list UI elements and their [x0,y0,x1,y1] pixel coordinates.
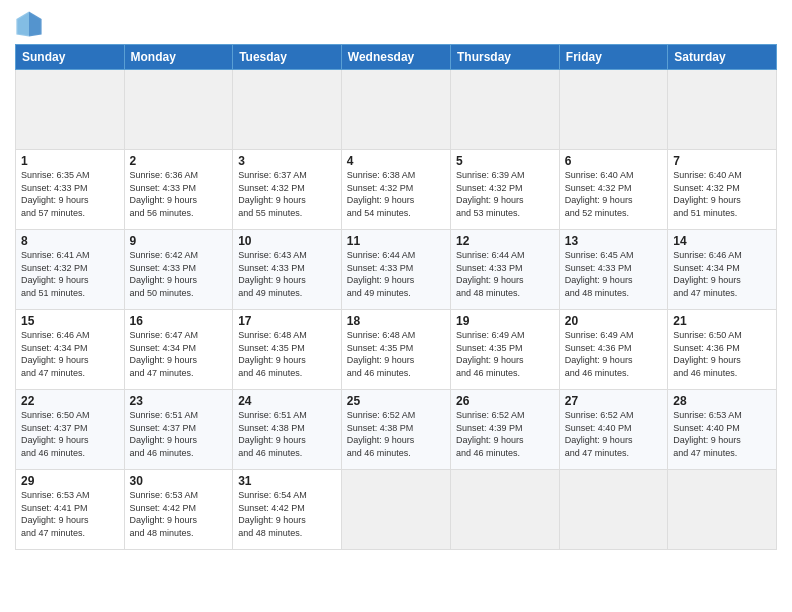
day-info: Sunrise: 6:47 AM Sunset: 4:34 PM Dayligh… [130,329,228,379]
logo [15,10,47,38]
calendar-cell [451,70,560,150]
day-number: 24 [238,394,336,408]
day-info: Sunrise: 6:44 AM Sunset: 4:33 PM Dayligh… [347,249,445,299]
calendar-cell: 3Sunrise: 6:37 AM Sunset: 4:32 PM Daylig… [233,150,342,230]
calendar-header-row: SundayMondayTuesdayWednesdayThursdayFrid… [16,45,777,70]
col-header-thursday: Thursday [451,45,560,70]
page-header [15,10,777,38]
day-info: Sunrise: 6:52 AM Sunset: 4:39 PM Dayligh… [456,409,554,459]
calendar-cell [451,470,560,550]
calendar-cell [668,70,777,150]
calendar-week-3: 15Sunrise: 6:46 AM Sunset: 4:34 PM Dayli… [16,310,777,390]
calendar-cell: 21Sunrise: 6:50 AM Sunset: 4:36 PM Dayli… [668,310,777,390]
calendar-cell: 28Sunrise: 6:53 AM Sunset: 4:40 PM Dayli… [668,390,777,470]
calendar-cell: 2Sunrise: 6:36 AM Sunset: 4:33 PM Daylig… [124,150,233,230]
day-info: Sunrise: 6:39 AM Sunset: 4:32 PM Dayligh… [456,169,554,219]
calendar-cell: 23Sunrise: 6:51 AM Sunset: 4:37 PM Dayli… [124,390,233,470]
day-info: Sunrise: 6:48 AM Sunset: 4:35 PM Dayligh… [238,329,336,379]
day-number: 29 [21,474,119,488]
day-number: 5 [456,154,554,168]
day-info: Sunrise: 6:54 AM Sunset: 4:42 PM Dayligh… [238,489,336,539]
day-info: Sunrise: 6:52 AM Sunset: 4:40 PM Dayligh… [565,409,662,459]
calendar-cell: 26Sunrise: 6:52 AM Sunset: 4:39 PM Dayli… [451,390,560,470]
day-number: 26 [456,394,554,408]
day-info: Sunrise: 6:48 AM Sunset: 4:35 PM Dayligh… [347,329,445,379]
calendar-cell: 12Sunrise: 6:44 AM Sunset: 4:33 PM Dayli… [451,230,560,310]
day-number: 8 [21,234,119,248]
day-number: 9 [130,234,228,248]
day-info: Sunrise: 6:36 AM Sunset: 4:33 PM Dayligh… [130,169,228,219]
day-number: 23 [130,394,228,408]
day-info: Sunrise: 6:43 AM Sunset: 4:33 PM Dayligh… [238,249,336,299]
calendar-cell: 8Sunrise: 6:41 AM Sunset: 4:32 PM Daylig… [16,230,125,310]
calendar-cell [233,70,342,150]
calendar-cell: 11Sunrise: 6:44 AM Sunset: 4:33 PM Dayli… [341,230,450,310]
day-number: 18 [347,314,445,328]
day-number: 28 [673,394,771,408]
day-info: Sunrise: 6:50 AM Sunset: 4:36 PM Dayligh… [673,329,771,379]
calendar-cell: 20Sunrise: 6:49 AM Sunset: 4:36 PM Dayli… [559,310,667,390]
day-number: 27 [565,394,662,408]
day-info: Sunrise: 6:37 AM Sunset: 4:32 PM Dayligh… [238,169,336,219]
calendar-cell [341,70,450,150]
calendar-week-2: 8Sunrise: 6:41 AM Sunset: 4:32 PM Daylig… [16,230,777,310]
day-info: Sunrise: 6:40 AM Sunset: 4:32 PM Dayligh… [565,169,662,219]
svg-marker-2 [16,11,29,36]
calendar-cell: 10Sunrise: 6:43 AM Sunset: 4:33 PM Dayli… [233,230,342,310]
calendar-cell: 18Sunrise: 6:48 AM Sunset: 4:35 PM Dayli… [341,310,450,390]
col-header-saturday: Saturday [668,45,777,70]
day-info: Sunrise: 6:52 AM Sunset: 4:38 PM Dayligh… [347,409,445,459]
day-number: 21 [673,314,771,328]
calendar-cell [341,470,450,550]
day-info: Sunrise: 6:53 AM Sunset: 4:41 PM Dayligh… [21,489,119,539]
calendar-cell: 17Sunrise: 6:48 AM Sunset: 4:35 PM Dayli… [233,310,342,390]
day-info: Sunrise: 6:49 AM Sunset: 4:36 PM Dayligh… [565,329,662,379]
calendar-cell: 4Sunrise: 6:38 AM Sunset: 4:32 PM Daylig… [341,150,450,230]
day-number: 3 [238,154,336,168]
calendar-cell: 1Sunrise: 6:35 AM Sunset: 4:33 PM Daylig… [16,150,125,230]
col-header-wednesday: Wednesday [341,45,450,70]
calendar-cell: 31Sunrise: 6:54 AM Sunset: 4:42 PM Dayli… [233,470,342,550]
calendar-cell: 6Sunrise: 6:40 AM Sunset: 4:32 PM Daylig… [559,150,667,230]
col-header-tuesday: Tuesday [233,45,342,70]
day-info: Sunrise: 6:45 AM Sunset: 4:33 PM Dayligh… [565,249,662,299]
calendar-cell: 25Sunrise: 6:52 AM Sunset: 4:38 PM Dayli… [341,390,450,470]
day-number: 7 [673,154,771,168]
day-info: Sunrise: 6:53 AM Sunset: 4:42 PM Dayligh… [130,489,228,539]
calendar-cell: 14Sunrise: 6:46 AM Sunset: 4:34 PM Dayli… [668,230,777,310]
day-number: 30 [130,474,228,488]
day-number: 17 [238,314,336,328]
day-info: Sunrise: 6:51 AM Sunset: 4:38 PM Dayligh… [238,409,336,459]
calendar-cell: 9Sunrise: 6:42 AM Sunset: 4:33 PM Daylig… [124,230,233,310]
day-number: 15 [21,314,119,328]
day-info: Sunrise: 6:46 AM Sunset: 4:34 PM Dayligh… [21,329,119,379]
calendar-week-5: 29Sunrise: 6:53 AM Sunset: 4:41 PM Dayli… [16,470,777,550]
day-info: Sunrise: 6:38 AM Sunset: 4:32 PM Dayligh… [347,169,445,219]
calendar-cell: 30Sunrise: 6:53 AM Sunset: 4:42 PM Dayli… [124,470,233,550]
calendar-week-4: 22Sunrise: 6:50 AM Sunset: 4:37 PM Dayli… [16,390,777,470]
calendar-week-0 [16,70,777,150]
calendar-cell: 15Sunrise: 6:46 AM Sunset: 4:34 PM Dayli… [16,310,125,390]
day-number: 6 [565,154,662,168]
calendar-cell: 29Sunrise: 6:53 AM Sunset: 4:41 PM Dayli… [16,470,125,550]
calendar-cell [124,70,233,150]
calendar-cell [559,70,667,150]
day-info: Sunrise: 6:41 AM Sunset: 4:32 PM Dayligh… [21,249,119,299]
day-info: Sunrise: 6:40 AM Sunset: 4:32 PM Dayligh… [673,169,771,219]
day-info: Sunrise: 6:50 AM Sunset: 4:37 PM Dayligh… [21,409,119,459]
day-number: 25 [347,394,445,408]
day-info: Sunrise: 6:51 AM Sunset: 4:37 PM Dayligh… [130,409,228,459]
day-info: Sunrise: 6:49 AM Sunset: 4:35 PM Dayligh… [456,329,554,379]
day-info: Sunrise: 6:42 AM Sunset: 4:33 PM Dayligh… [130,249,228,299]
day-number: 10 [238,234,336,248]
day-number: 16 [130,314,228,328]
calendar-cell: 27Sunrise: 6:52 AM Sunset: 4:40 PM Dayli… [559,390,667,470]
day-number: 4 [347,154,445,168]
calendar-cell [668,470,777,550]
day-number: 11 [347,234,445,248]
col-header-monday: Monday [124,45,233,70]
day-number: 12 [456,234,554,248]
day-number: 1 [21,154,119,168]
day-number: 20 [565,314,662,328]
logo-icon [15,10,43,38]
